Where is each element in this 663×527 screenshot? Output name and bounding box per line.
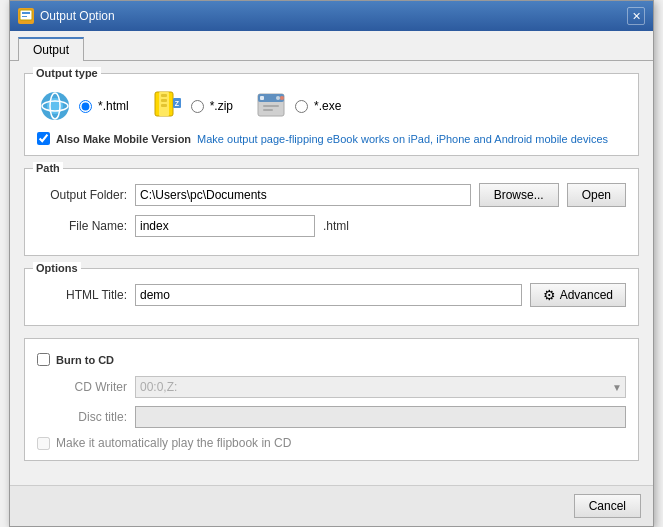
svg-rect-19 bbox=[263, 105, 279, 107]
svg-point-18 bbox=[280, 96, 284, 100]
svg-rect-11 bbox=[161, 104, 167, 107]
html-title-input[interactable] bbox=[135, 284, 522, 306]
radio-exe[interactable] bbox=[295, 100, 308, 113]
path-label: Path bbox=[33, 162, 63, 174]
svg-point-17 bbox=[276, 96, 280, 100]
html-icon bbox=[37, 88, 73, 124]
radio-html[interactable] bbox=[79, 100, 92, 113]
autoplay-label: Make it automatically play the flipbook … bbox=[56, 436, 291, 450]
content-area: Output type *.html bbox=[10, 61, 653, 485]
autoplay-row: Make it automatically play the flipbook … bbox=[37, 436, 626, 450]
burn-to-cd-label: Burn to CD bbox=[56, 354, 114, 366]
burn-header: Burn to CD bbox=[37, 353, 626, 366]
mobile-checkbox[interactable] bbox=[37, 132, 50, 145]
tab-bar: Output bbox=[10, 31, 653, 61]
path-section: Path Output Folder: Browse... Open File … bbox=[24, 168, 639, 256]
options-label: Options bbox=[33, 262, 81, 274]
html-title-label: HTML Title: bbox=[37, 288, 127, 302]
open-button[interactable]: Open bbox=[567, 183, 626, 207]
tab-output[interactable]: Output bbox=[18, 37, 84, 61]
window-icon bbox=[18, 8, 34, 24]
file-name-input[interactable] bbox=[135, 215, 315, 237]
cd-writer-row: CD Writer 00:0,Z: ▼ bbox=[37, 376, 626, 398]
main-window: Output Option ✕ Output Output type bbox=[9, 0, 654, 527]
svg-rect-2 bbox=[22, 16, 27, 17]
radio-zip-label: *.zip bbox=[210, 99, 233, 113]
output-type-label: Output type bbox=[33, 67, 101, 79]
cd-writer-label: CD Writer bbox=[37, 380, 127, 394]
svg-text:Z: Z bbox=[175, 100, 180, 107]
svg-rect-16 bbox=[260, 96, 264, 100]
radio-zip[interactable] bbox=[191, 100, 204, 113]
exe-icon bbox=[253, 88, 289, 124]
mobile-row: Also Make Mobile Version Make output pag… bbox=[37, 132, 626, 145]
autoplay-checkbox bbox=[37, 437, 50, 450]
radio-exe-label: *.exe bbox=[314, 99, 341, 113]
cd-writer-select: 00:0,Z: bbox=[135, 376, 626, 398]
cancel-button[interactable]: Cancel bbox=[574, 494, 641, 518]
option-html: *.html bbox=[37, 88, 129, 124]
svg-rect-9 bbox=[161, 94, 167, 97]
svg-rect-20 bbox=[263, 109, 273, 111]
footer: Cancel bbox=[10, 485, 653, 526]
file-name-row: File Name: .html bbox=[37, 215, 626, 237]
advanced-button[interactable]: ⚙ Advanced bbox=[530, 283, 626, 307]
disc-title-label: Disc title: bbox=[37, 410, 127, 424]
output-folder-row: Output Folder: Browse... Open bbox=[37, 183, 626, 207]
disc-title-row: Disc title: bbox=[37, 406, 626, 428]
file-ext: .html bbox=[323, 219, 349, 233]
burn-to-cd-section: Burn to CD CD Writer 00:0,Z: ▼ Disc titl… bbox=[24, 338, 639, 461]
html-title-row: HTML Title: ⚙ Advanced bbox=[37, 283, 626, 307]
mobile-checkbox-label: Also Make Mobile Version bbox=[56, 133, 191, 145]
cd-writer-select-wrapper: 00:0,Z: ▼ bbox=[135, 376, 626, 398]
mobile-desc: Make output page-flipping eBook works on… bbox=[197, 133, 608, 145]
svg-rect-10 bbox=[161, 99, 167, 102]
window-title: Output Option bbox=[40, 9, 115, 23]
svg-rect-0 bbox=[20, 10, 32, 20]
output-folder-label: Output Folder: bbox=[37, 188, 127, 202]
option-zip: Z *.zip bbox=[149, 88, 233, 124]
close-button[interactable]: ✕ bbox=[627, 7, 645, 25]
option-exe: *.exe bbox=[253, 88, 341, 124]
disc-title-input bbox=[135, 406, 626, 428]
advanced-label: Advanced bbox=[560, 288, 613, 302]
title-bar-left: Output Option bbox=[18, 8, 115, 24]
zip-icon: Z bbox=[149, 88, 185, 124]
output-folder-input[interactable] bbox=[135, 184, 471, 206]
radio-html-label: *.html bbox=[98, 99, 129, 113]
svg-rect-1 bbox=[22, 12, 30, 14]
burn-to-cd-checkbox[interactable] bbox=[37, 353, 50, 366]
output-type-section: Output type *.html bbox=[24, 73, 639, 156]
advanced-icon: ⚙ bbox=[543, 287, 556, 303]
file-name-label: File Name: bbox=[37, 219, 127, 233]
output-type-options: *.html Z bbox=[37, 88, 626, 124]
options-section: Options HTML Title: ⚙ Advanced bbox=[24, 268, 639, 326]
title-bar: Output Option ✕ bbox=[10, 1, 653, 31]
browse-button[interactable]: Browse... bbox=[479, 183, 559, 207]
